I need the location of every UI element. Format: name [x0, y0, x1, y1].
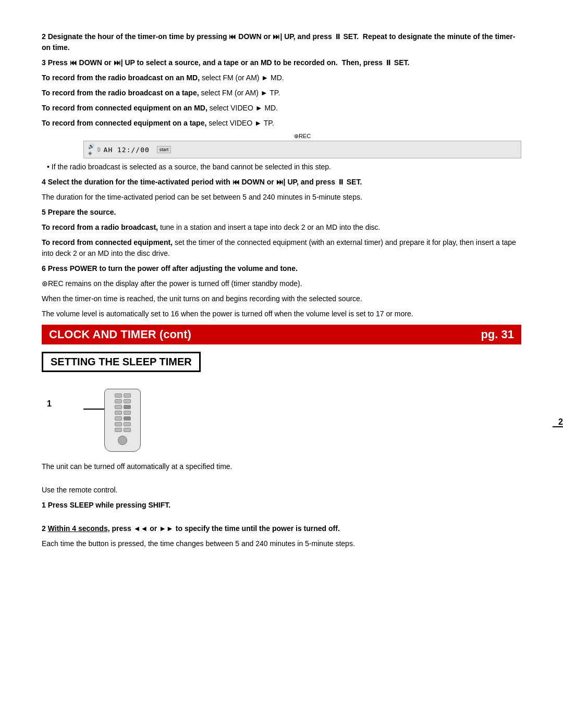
- step6-line1: ⊛REC remains on the display after the po…: [42, 278, 521, 289]
- record-connected-md-text: select VIDEO ► MD.: [210, 104, 278, 112]
- step4-para: 4 Select the duration for the time-activ…: [42, 177, 521, 188]
- display-track: 0: [97, 147, 101, 153]
- record-connected-md-label: To record from connected equipment on an…: [42, 104, 207, 112]
- remote-row-7: [108, 428, 137, 432]
- step3-para: 3 Press ⏮ DOWN or ⏭| UP to select a sour…: [42, 57, 521, 68]
- remote-circle: [118, 436, 127, 445]
- step4-note: The duration for the time-activated peri…: [42, 192, 521, 203]
- display-icon2: ◈: [88, 150, 94, 156]
- record-tape-para: To record from the radio broadcast on a …: [42, 88, 521, 98]
- clock-timer-title: CLOCK AND TIMER (cont): [49, 328, 191, 341]
- display-left-icons: 🔊 ◈: [88, 143, 94, 156]
- sleep-step1: 1 Press SLEEP while pressing SHIFT.: [42, 500, 521, 511]
- record-tape-label: To record from the radio broadcast on a …: [42, 89, 199, 97]
- record-tape-text: select FM (or AM) ► TP.: [201, 89, 280, 97]
- remote-btn: [115, 405, 122, 409]
- remote-btn: [115, 428, 122, 432]
- remote-btn: [115, 411, 122, 415]
- sleep-step2: 2 Within 4 seconds, press ◄◄ or ►► to sp…: [42, 523, 521, 534]
- clock-timer-page: pg. 31: [481, 328, 514, 341]
- display-button: start: [157, 146, 172, 153]
- step3-text: 3 Press ⏮ DOWN or ⏭| UP to select a sour…: [42, 58, 409, 67]
- remote-row-2: [108, 399, 137, 403]
- remote-btn-highlighted: [124, 416, 131, 421]
- remote-btn: [115, 422, 122, 426]
- diagram-label-1: 1: [47, 399, 52, 409]
- record-md-text: select FM (or AM) ► MD.: [202, 73, 284, 82]
- remote-btn: [124, 422, 131, 426]
- display-icon1: 🔊: [88, 143, 94, 149]
- remote-row-1: [108, 393, 137, 398]
- rec-label: ⊛REC: [83, 133, 521, 140]
- record-connected-tape-para: To record from connected equipment on a …: [42, 118, 521, 129]
- record-md-para: To record from the radio broadcast on an…: [42, 72, 521, 83]
- record-connected-tape-label: To record from connected equipment on a …: [42, 119, 206, 127]
- sleep-step2-note: Each time the button is pressed, the tim…: [42, 538, 521, 549]
- record-connected-md-para: To record from connected equipment on an…: [42, 103, 521, 114]
- record-md-label: To record from the radio broadcast on an…: [42, 73, 200, 82]
- display-diagram: ⊛REC 🔊 ◈ 0 AH 12://00 start: [83, 133, 521, 158]
- step5-radio: To record from a radio broadcast, tune i…: [42, 222, 521, 233]
- remote-btn: [124, 399, 131, 403]
- remote-btn: [115, 399, 122, 403]
- step2-para: 2 Designate the hour of the timer-on tim…: [42, 31, 521, 53]
- display-time: AH 12://00: [104, 146, 150, 154]
- step2-text: 2 Designate the hour of the timer-on tim…: [42, 32, 515, 52]
- step5-connected: To record from connected equipment, set …: [42, 237, 521, 259]
- step5-heading: 5 Prepare the source.: [42, 207, 521, 218]
- remote-diagram: 1: [73, 389, 521, 452]
- step4-text: 4 Select the duration for the time-activ…: [42, 178, 362, 186]
- remote-btn: [124, 428, 131, 432]
- bullet-note: • If the radio broadcast is selected as …: [47, 162, 521, 172]
- remote-row-6: [108, 422, 137, 426]
- sleep-timer-header: SETTING THE SLEEP TIMER: [42, 352, 201, 372]
- diagram-label-2: 2: [558, 417, 563, 427]
- remote-row-4: [108, 411, 137, 415]
- remote-btn: [115, 393, 122, 398]
- display-inner: 🔊 ◈ 0 AH 12://00 start: [83, 141, 521, 158]
- record-connected-tape-text: select VIDEO ► TP.: [209, 119, 274, 127]
- remote-btn: [115, 416, 122, 421]
- step6-line2: When the timer-on time is reached, the u…: [42, 293, 521, 304]
- remote-btn: [124, 411, 131, 415]
- step6-line3: The volume level is automatically set to…: [42, 309, 521, 319]
- remote-control: [104, 389, 141, 452]
- sleep-auto-text: The unit can be turned off automatically…: [42, 461, 521, 472]
- use-remote-text: Use the remote control.: [42, 485, 521, 496]
- remote-row-3: [108, 405, 137, 409]
- step6-heading: 6 Press POWER to turn the power off afte…: [42, 263, 521, 274]
- remote-btn: [124, 393, 131, 398]
- remote-row-5: [108, 416, 137, 421]
- page-content: 2 Designate the hour of the timer-on tim…: [42, 31, 521, 549]
- remote-btn-highlighted: [124, 405, 131, 409]
- clock-timer-header: CLOCK AND TIMER (cont) pg. 31: [42, 325, 521, 344]
